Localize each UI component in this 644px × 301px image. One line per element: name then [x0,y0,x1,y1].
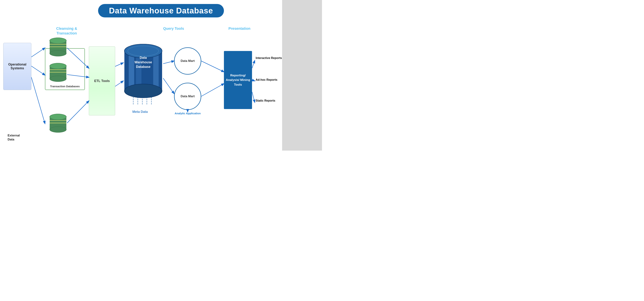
svg-line-46 [252,92,255,102]
operational-systems-box: Operational Systems [3,43,31,90]
svg-line-36 [67,101,89,123]
etl-tools-box: ETL Tools [89,47,115,115]
reporting-label: Reporting/ Analysis/ Mining Tools [224,73,252,87]
section-query-tools: Query Tools [163,26,184,31]
page-title: Data Warehouse Database [109,6,213,15]
dw-database-label: Data Warehouse Database [134,56,152,69]
data-mart-2-label: Data Mart [180,95,194,98]
svg-point-14 [50,127,66,132]
transaction-databases-label: Transaction Databases [50,85,80,88]
static-reports-label: Static Reports [256,99,275,102]
data-mart-1: Data Mart [174,47,201,75]
svg-point-3 [50,38,66,44]
svg-line-37 [115,63,123,66]
data-mart-2: Data Mart [174,83,201,110]
section-cleansing: Cleansing & Transaction [56,26,77,36]
page-wrapper: Data Warehouse Database Cleansing & Tran… [0,0,322,151]
operational-systems-label: Operational Systems [8,63,26,70]
dw-cylinder [123,43,163,105]
svg-line-39 [163,61,174,64]
diagram: Cleansing & Transaction Query Tools Pres… [0,21,322,151]
green-db-external [49,114,67,134]
svg-line-31 [31,48,45,57]
dw-database-label-wrapper: Data Warehouse Database [123,56,163,69]
section-presentation: Presentation [228,26,250,31]
analytic-application-label: Analytic Application [174,112,201,115]
adhoc-reports-label: Ad-hoc Reports [256,78,278,82]
data-mart-1-label: Data Mart [180,59,194,63]
svg-line-45 [252,80,255,81]
svg-line-41 [201,61,224,72]
svg-point-15 [50,114,66,120]
title-badge: Data Warehouse Database [98,4,224,18]
reporting-box: Reporting/ Analysis/ Mining Tools [224,51,252,109]
title-bar: Data Warehouse Database [0,0,322,19]
meta-data-label: Meta Data [132,110,148,114]
svg-line-38 [115,81,123,86]
svg-line-33 [31,77,45,124]
interactive-reports-label: Interactive Reports [256,57,282,60]
svg-line-40 [163,78,174,94]
etl-tools-label: ETL Tools [94,79,110,83]
external-data-label: External Data [8,134,20,142]
svg-line-42 [201,84,224,96]
svg-line-44 [252,61,255,68]
transaction-databases-box: Transaction Databases [45,48,85,90]
svg-line-32 [31,66,45,75]
svg-point-23 [124,84,162,98]
